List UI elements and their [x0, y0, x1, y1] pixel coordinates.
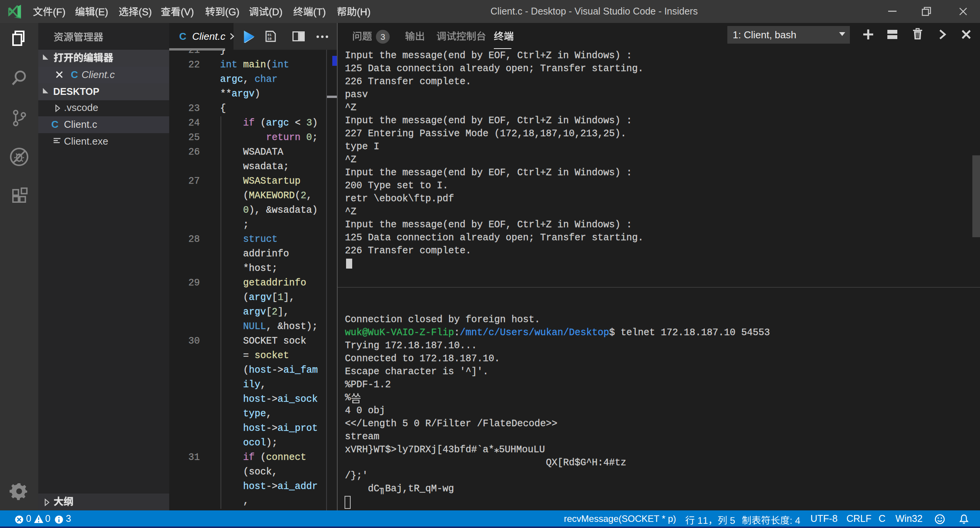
svg-text:10: 10 — [267, 37, 271, 41]
